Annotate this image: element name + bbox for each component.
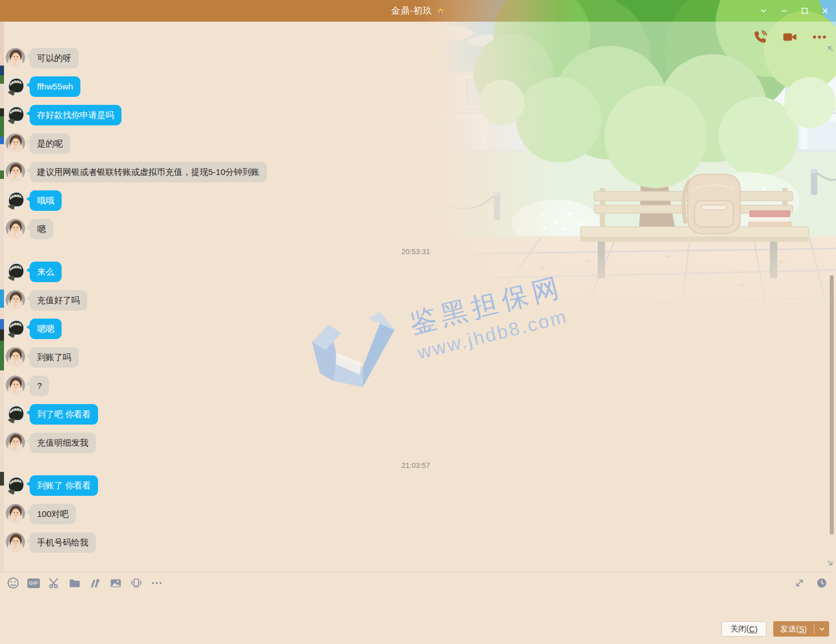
message-text: 充值好了吗	[37, 295, 80, 305]
male-avatar-image	[6, 190, 25, 210]
send-button[interactable]: 发送(S)	[773, 624, 814, 634]
chat-bubble[interactable]: 来么	[30, 262, 62, 282]
avatar[interactable]	[6, 162, 25, 181]
male-avatar-image	[6, 475, 25, 495]
send-hotkey: S	[799, 625, 804, 634]
gif-icon[interactable]: GIF	[27, 577, 40, 589]
avatar[interactable]	[6, 133, 25, 153]
female-avatar-image	[6, 162, 25, 181]
male-avatar-image	[6, 76, 25, 96]
gif-label: GIF	[27, 578, 40, 588]
chat-message-row: 100对吧	[6, 504, 826, 524]
avatar[interactable]	[6, 532, 25, 552]
background-window-sliver	[0, 0, 4, 573]
chat-bubble[interactable]: 是的呢	[30, 133, 70, 154]
voice-call-icon[interactable]	[752, 28, 769, 46]
avatar[interactable]	[6, 475, 25, 495]
message-text: ffhw55wh	[37, 81, 73, 91]
chat-window: 鉴黑担保网 www.jhdb8.com	[0, 0, 836, 644]
chat-bubble[interactable]: 可以的呀	[30, 48, 79, 68]
scroll-to-top-icon[interactable]	[826, 44, 834, 55]
chat-message-row: 嗯嗯	[6, 319, 826, 339]
avatar[interactable]	[6, 76, 25, 96]
more-options-icon[interactable]	[811, 28, 828, 46]
chat-bubble[interactable]: 手机号码给我	[30, 532, 96, 553]
toolbar: GIF	[7, 574, 163, 592]
scrollbar-thumb[interactable]	[830, 275, 834, 535]
chat-bubble[interactable]: 到账了 你看看	[30, 475, 98, 496]
send-label-end: )	[804, 625, 807, 634]
female-avatar-image	[6, 290, 25, 309]
message-text: 到账了吗	[37, 352, 71, 362]
send-label: 发送(	[780, 624, 799, 634]
avatar[interactable]	[6, 190, 25, 210]
chat-bubble[interactable]: 建议用网银或者银联转账或虚拟币充值，提现5-10分钟到账	[30, 162, 267, 182]
male-avatar-image	[6, 105, 25, 124]
chat-bubble[interactable]: 嗯	[30, 219, 53, 239]
message-history-clock-icon[interactable]	[815, 577, 828, 589]
window-shake-icon[interactable]	[130, 577, 143, 589]
avatar[interactable]	[6, 504, 25, 523]
avatar[interactable]	[6, 404, 25, 423]
timestamp: 21:03:57	[6, 461, 826, 470]
video-call-icon[interactable]	[781, 28, 798, 46]
chat-message-row: 到账了 你看看	[6, 475, 826, 496]
chat-bubble[interactable]: 存好款找你申请是吗	[30, 105, 121, 125]
chat-bubble[interactable]: 哦哦	[30, 190, 62, 211]
chat-bubble[interactable]: 充值好了吗	[30, 290, 87, 311]
more-tools-icon[interactable]	[151, 577, 163, 589]
message-text: 建议用网银或者银联转账或虚拟币充值，提现5-10分钟到账	[37, 167, 259, 177]
close-label-end: )	[755, 625, 758, 634]
chat-bubble[interactable]: 充值明细发我	[30, 433, 96, 453]
chat-bubble[interactable]: 到了吧 你看看	[30, 404, 98, 425]
chat-bubble[interactable]: ffhw55wh	[30, 76, 80, 97]
chat-message-row: 存好款找你申请是吗	[6, 105, 826, 125]
timestamp: 20:53:31	[6, 247, 826, 256]
chat-message-row: 是的呢	[6, 133, 826, 154]
minimize-button[interactable]	[777, 3, 792, 18]
female-avatar-image	[6, 532, 25, 552]
expand-window-icon[interactable]	[793, 577, 806, 589]
chevron-down-icon[interactable]	[756, 3, 771, 18]
avatar[interactable]	[6, 433, 25, 452]
screenshot-scissors-icon[interactable]	[48, 577, 60, 589]
emoji-icon[interactable]	[7, 577, 19, 589]
chat-bubble[interactable]: 100对吧	[30, 504, 76, 524]
toolbar-right	[793, 574, 828, 592]
chat-bubble[interactable]: 嗯嗯	[30, 319, 62, 339]
female-avatar-image	[6, 219, 25, 238]
chat-message-area: 可以的呀 ffhw55wh	[5, 22, 826, 572]
avatar[interactable]	[6, 319, 25, 338]
close-hotkey: C	[749, 625, 755, 634]
message-text: 嗯嗯	[37, 324, 54, 333]
avatar[interactable]	[6, 105, 25, 124]
scroll-to-bottom-icon[interactable]	[826, 559, 834, 569]
message-text: 到账了 你看看	[37, 480, 91, 490]
maximize-button[interactable]	[797, 3, 812, 18]
male-avatar-image	[6, 262, 25, 281]
message-text: 存好款找你申请是吗	[37, 110, 114, 120]
message-text: 嗯	[37, 224, 46, 234]
male-avatar-image	[6, 319, 25, 338]
avatar[interactable]	[6, 219, 25, 238]
avatar[interactable]	[6, 347, 25, 366]
chat-message-row: 嗯	[6, 219, 826, 239]
close-chat-button[interactable]: 关闭(C)	[721, 621, 766, 637]
avatar[interactable]	[6, 48, 25, 67]
female-avatar-image	[6, 376, 25, 395]
avatar[interactable]	[6, 290, 25, 309]
message-text: 是的呢	[37, 138, 63, 148]
chat-bubble[interactable]: ?	[30, 376, 49, 396]
avatar[interactable]	[6, 262, 25, 281]
image-icon[interactable]	[109, 577, 122, 589]
chat-bubble[interactable]: 到账了吗	[30, 347, 79, 368]
close-button[interactable]	[818, 3, 833, 18]
chat-message-row: ffhw55wh	[6, 76, 826, 97]
send-options-chevron[interactable]	[814, 626, 829, 632]
female-avatar-image	[6, 347, 25, 366]
send-file-folder-icon[interactable]	[68, 577, 81, 589]
avatar[interactable]	[6, 376, 25, 395]
message-text: 100对吧	[37, 509, 68, 519]
chat-message-row: 来么	[6, 262, 826, 282]
share-forward-icon[interactable]	[89, 577, 102, 589]
